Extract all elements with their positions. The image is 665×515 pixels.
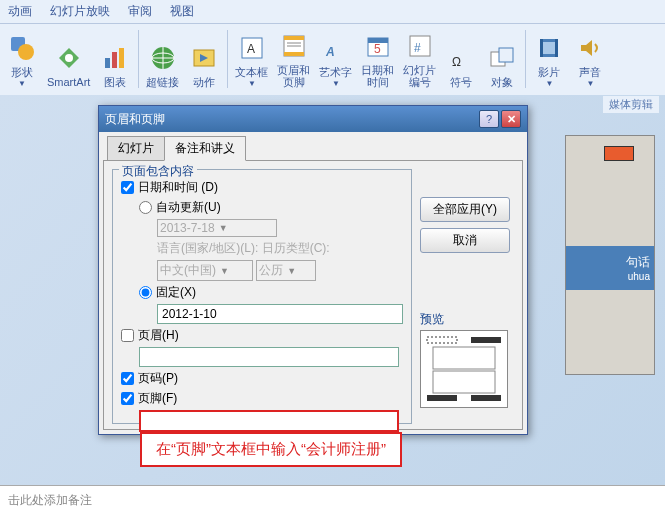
help-button[interactable]: ? <box>479 110 499 128</box>
svg-rect-34 <box>471 395 501 401</box>
auto-update-radio[interactable] <box>139 201 152 214</box>
auto-date-combo: 2013-7-18▼ <box>157 219 277 237</box>
svg-rect-4 <box>112 52 117 68</box>
dialog-tabs: 幻灯片 备注和讲义 <box>107 136 523 161</box>
calendar-combo: 公历▼ <box>256 260 316 281</box>
svg-rect-27 <box>540 39 543 57</box>
apply-all-button[interactable]: 全部应用(Y) <box>420 197 510 222</box>
film-icon <box>533 32 565 64</box>
sound-button[interactable]: 声音▼ <box>570 28 610 90</box>
fixed-label: 固定(X) <box>156 284 196 301</box>
svg-rect-29 <box>427 337 457 343</box>
action-icon <box>188 42 220 74</box>
auto-update-label: 自动更新(U) <box>156 199 221 216</box>
datetime-label: 日期和时间 (D) <box>138 179 218 196</box>
headerfooter-icon <box>278 30 310 62</box>
language-combo: 中文(中国)▼ <box>157 260 253 281</box>
svg-text:#: # <box>414 41 421 55</box>
menu-animation[interactable]: 动画 <box>8 3 32 20</box>
svg-rect-13 <box>284 52 304 56</box>
svg-rect-28 <box>555 39 558 57</box>
svg-rect-31 <box>433 347 495 369</box>
calendar-icon: 5 <box>362 30 394 62</box>
preview-label: 预览 <box>420 311 510 328</box>
svg-point-2 <box>65 54 73 62</box>
hyperlink-button[interactable]: 超链接 <box>142 28 183 90</box>
shapes-icon <box>6 32 38 64</box>
svg-rect-32 <box>433 371 495 393</box>
svg-text:A: A <box>325 45 335 59</box>
fieldset-legend: 页面包含内容 <box>119 163 197 180</box>
smartart-button[interactable]: SmartArt <box>43 28 94 90</box>
tab-notes-handouts[interactable]: 备注和讲义 <box>164 136 246 161</box>
pagenum-label: 页码(P) <box>138 370 178 387</box>
dialog-title: 页眉和页脚 <box>105 111 165 128</box>
datetime-button[interactable]: 5日期和 时间 <box>357 28 398 90</box>
tab-slide[interactable]: 幻灯片 <box>107 136 165 161</box>
symbol-icon: Ω <box>445 42 477 74</box>
wordart-icon: A <box>320 32 352 64</box>
header-footer-dialog: 页眉和页脚 ? ✕ 幻灯片 备注和讲义 页面包含内容 日期和时间 (D) 自动更… <box>98 105 528 435</box>
svg-rect-12 <box>284 36 304 40</box>
object-icon <box>486 42 518 74</box>
instruction-callout: 在“页脚”文本框中输入“会计师注册” <box>140 432 402 467</box>
fixed-radio[interactable] <box>139 286 152 299</box>
datetime-checkbox[interactable] <box>121 181 134 194</box>
header-label: 页眉(H) <box>138 327 179 344</box>
preview-thumbnail <box>420 330 508 408</box>
cancel-button[interactable]: 取消 <box>420 228 510 253</box>
footer-input[interactable] <box>139 410 399 432</box>
svg-rect-30 <box>471 337 501 343</box>
symbol-button[interactable]: Ω符号 <box>441 28 481 90</box>
svg-rect-3 <box>105 58 110 68</box>
menu-view[interactable]: 视图 <box>170 3 194 20</box>
slide-title-banner: 句话 uhua <box>566 246 654 290</box>
headerfooter-button[interactable]: 页眉和 页脚 <box>273 28 314 90</box>
wordart-button[interactable]: A艺术字▼ <box>315 28 356 90</box>
calendar-label: 日历类型(C): <box>262 240 330 257</box>
textbox-icon: A <box>236 32 268 64</box>
close-button[interactable]: ✕ <box>501 110 521 128</box>
svg-text:A: A <box>247 42 255 56</box>
shapes-button[interactable]: 形状▼ <box>2 28 42 90</box>
svg-text:Ω: Ω <box>452 55 461 69</box>
chart-icon <box>99 42 131 74</box>
slidenumber-button[interactable]: #幻灯片 编号 <box>399 28 440 90</box>
fixed-date-input[interactable] <box>157 304 403 324</box>
svg-text:5: 5 <box>374 42 381 56</box>
smartart-icon <box>53 42 85 74</box>
menu-review[interactable]: 审阅 <box>128 3 152 20</box>
ribbon-group-media-label: 媒体剪辑 <box>603 96 659 113</box>
pagenum-checkbox[interactable] <box>121 372 134 385</box>
header-checkbox[interactable] <box>121 329 134 342</box>
menu-bar: 动画 幻灯片放映 审阅 视图 <box>0 0 665 24</box>
textbox-button[interactable]: A文本框▼ <box>231 28 272 90</box>
footer-checkbox[interactable] <box>121 392 134 405</box>
speaker-icon <box>574 32 606 64</box>
menu-slideshow[interactable]: 幻灯片放映 <box>50 3 110 20</box>
svg-rect-24 <box>499 48 513 62</box>
slidenumber-icon: # <box>404 30 436 62</box>
svg-rect-33 <box>427 395 457 401</box>
language-label: 语言(国家/地区)(L): <box>157 240 258 257</box>
movie-button[interactable]: 影片▼ <box>529 28 569 90</box>
ribbon: 形状▼ SmartArt 图表 超链接 动作 A文本框▼ 页眉和 页脚 A艺术字… <box>0 24 665 97</box>
header-input[interactable] <box>139 347 399 367</box>
slide-decoration <box>604 146 634 161</box>
dialog-titlebar[interactable]: 页眉和页脚 ? ✕ <box>99 106 527 132</box>
action-button[interactable]: 动作 <box>184 28 224 90</box>
chart-button[interactable]: 图表 <box>95 28 135 90</box>
object-button[interactable]: 对象 <box>482 28 522 90</box>
svg-point-1 <box>18 44 34 60</box>
svg-rect-26 <box>543 42 555 54</box>
notes-pane[interactable]: 击此处添加备注 <box>0 485 665 515</box>
globe-icon <box>147 42 179 74</box>
slide-thumbnail[interactable]: 句话 uhua <box>565 135 655 375</box>
footer-label: 页脚(F) <box>138 390 177 407</box>
svg-rect-5 <box>119 48 124 68</box>
